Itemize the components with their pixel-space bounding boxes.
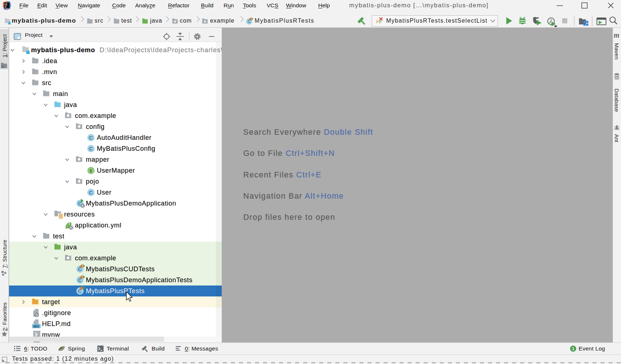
svg-text:IJ: IJ (5, 3, 7, 6)
svg-text:1: 1 (572, 347, 574, 351)
